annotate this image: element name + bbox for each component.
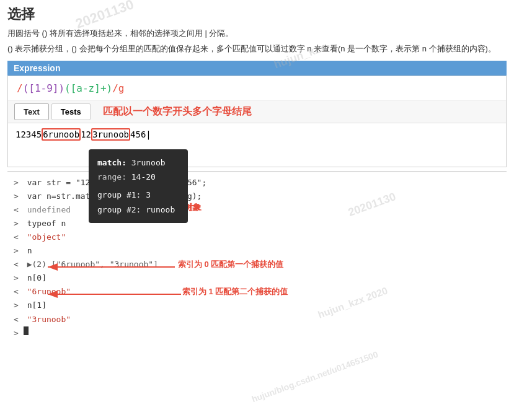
console-line-6: > n (14, 244, 500, 258)
string-suffix: 456| (130, 129, 151, 139)
test-string: 123456runoob123runoob456| (16, 129, 151, 139)
prompt-7: < (14, 258, 19, 271)
prompt-5: < (14, 230, 19, 244)
console-line-5: < "object" (14, 230, 500, 244)
console-line-7: < ▶(2) ["6runoob", "3runoob"] (14, 258, 500, 271)
code-8: n[0] (22, 271, 47, 285)
console-line-8: > n[0] (14, 271, 500, 285)
tooltip-group1-label: group #1: (97, 190, 141, 199)
tooltip-range-val: 14-20 (131, 172, 156, 182)
tooltip-range: range: 14-20 (97, 170, 179, 184)
prompt-6: > (14, 244, 19, 258)
code-5: "object" (22, 230, 66, 244)
page-title: 选择 (7, 5, 507, 24)
console-section: > var str = "123456runoob123runoob456"; … (7, 171, 507, 344)
code-6: n (22, 244, 32, 258)
console-line-9: < "6runoob" (14, 285, 500, 299)
string-middle: 12 (81, 129, 91, 139)
cursor (24, 326, 29, 335)
prompt-12: > (14, 326, 19, 340)
tooltip-box: match: 3runoob range: 14-20 group #1: 3 … (89, 149, 188, 224)
regex-group2: ([a-z]+) (64, 82, 112, 94)
tooltip-range-label: range: (97, 172, 126, 182)
prompt-2: > (14, 190, 19, 203)
tooltip-match-val: 3runoob (131, 158, 166, 167)
tooltip-match: match: 3runoob (97, 155, 179, 170)
code-9: "6runoob" (22, 285, 71, 299)
code-10: n[1] (22, 299, 47, 312)
code-3: undefined (22, 203, 71, 217)
string-prefix: 12345 (16, 129, 42, 139)
prompt-10: > (14, 299, 19, 312)
console-line-11: < "3runoob" (14, 313, 500, 326)
desc1: 用圆括号 () 将所有选择项括起来，相邻的选择项之间用 | 分隔。 (7, 27, 507, 40)
prompt-3: < (14, 203, 19, 217)
tab-text[interactable]: Text (14, 103, 49, 120)
console-line-3: < undefined (14, 203, 500, 217)
console-line-2: > var n=str.match(/([1-9])([a-z]+)/g); (14, 190, 500, 203)
tooltip-group1: group #1: 3 (97, 188, 179, 202)
match-2: 3runoob (91, 128, 130, 141)
console-line-4: > typeof n (14, 217, 500, 230)
code-11: "3runoob" (22, 313, 71, 326)
prompt-9: < (14, 285, 19, 299)
watermark-5: hujun/blog.csdn.net/u014651500 (250, 349, 379, 405)
match-1: 6runoob (42, 128, 81, 141)
tooltip-group2-label: group #2: (97, 205, 141, 214)
tab-annotation: 匹配以一个数字开头多个字母结尾 (103, 105, 252, 118)
regex-panel: /([1-9])([a-z]+)/g Text Tests 匹配以一个数字开头多… (7, 76, 507, 167)
console-line-12: > (14, 326, 500, 340)
regex-display: /([1-9])([a-z]+)/g (8, 76, 506, 101)
regex-flag: g (118, 82, 125, 94)
tooltip-group2: group #2: runoob (97, 203, 179, 217)
regex-slash-close: / (112, 82, 118, 94)
prompt-1: > (14, 176, 19, 190)
regex-group1: ([1-9]) (23, 82, 64, 94)
prompt-4: > (14, 217, 19, 230)
console-line-10: > n[1] (14, 299, 500, 312)
prompt-8: > (14, 271, 19, 285)
code-7: ▶(2) ["6runoob", "3runoob"] (22, 258, 158, 271)
desc2: () 表示捕获分组，() 会把每个分组里的匹配的值保存起来，多个匹配值可以通过数… (7, 43, 507, 56)
console-line-1: > var str = "123456runoob123runoob456"; (14, 176, 500, 190)
tooltip-group2-val: runoob (146, 205, 175, 214)
text-area-container: 123456runoob123runoob456| match: 3runoob… (8, 123, 506, 167)
page-content: 20201130 hujun_kzx 20201130 hujun_kzx 20… (0, 0, 514, 349)
code-4: typeof n (22, 217, 66, 230)
tabs-bar: Text Tests 匹配以一个数字开头多个字母结尾 (8, 101, 506, 123)
expression-label: Expression (7, 61, 507, 76)
prompt-11: < (14, 313, 19, 326)
tab-tests[interactable]: Tests (51, 103, 91, 120)
regex-slash-open: / (17, 82, 23, 94)
tooltip-match-label: match: (97, 158, 126, 167)
tooltip-group1-val: 3 (146, 190, 151, 199)
